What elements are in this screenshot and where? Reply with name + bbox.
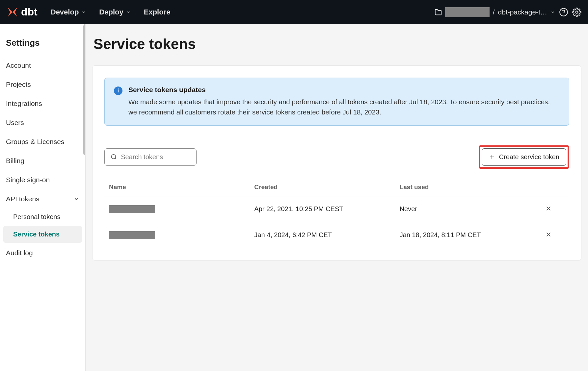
- sidebar-item-users[interactable]: Users: [0, 113, 85, 132]
- sidebar-item-integrations[interactable]: Integrations: [0, 94, 85, 113]
- sidebar-item-account[interactable]: Account: [0, 56, 85, 75]
- tokens-table: Name Created Last used Apr 22, 2021, 10:…: [104, 178, 569, 248]
- token-created: Apr 22, 2021, 10:25 PM CEST: [254, 205, 399, 213]
- project-name: dbt-package-t…: [498, 8, 547, 16]
- content-area: Service tokens i Service tokens updates …: [86, 24, 588, 371]
- sidebar-item-label: Projects: [6, 81, 31, 88]
- project-separator: /: [493, 8, 495, 16]
- nav-explore[interactable]: Explore: [144, 8, 171, 16]
- svg-point-3: [111, 155, 116, 159]
- table-row: Jan 4, 2024, 6:42 PM CET Jan 18, 2024, 8…: [104, 222, 569, 248]
- sidebar-item-personal-tokens[interactable]: Personal tokens: [0, 209, 85, 225]
- sidebar-item-label: Groups & Licenses: [6, 138, 64, 146]
- sidebar-item-label: Single sign-on: [6, 176, 50, 184]
- project-org-redacted: [445, 7, 490, 17]
- table-row: Apr 22, 2021, 10:25 PM CEST Never: [104, 196, 569, 222]
- nav-explore-label: Explore: [144, 8, 171, 16]
- close-icon: [545, 205, 552, 212]
- controls-row: Create service token: [104, 145, 569, 169]
- sidebar-item-label: API tokens: [6, 195, 40, 203]
- info-icon: i: [114, 87, 122, 95]
- sidebar-item-service-tokens[interactable]: Service tokens: [3, 226, 82, 243]
- sidebar-heading: Settings: [0, 32, 85, 56]
- sidebar-item-label: Users: [6, 119, 24, 127]
- sidebar-item-label: Integrations: [6, 100, 42, 108]
- help-icon[interactable]: [559, 8, 568, 17]
- topbar: dbt Develop Deploy Explore / dbt-package…: [0, 0, 588, 24]
- logo[interactable]: dbt: [7, 6, 38, 18]
- nav-develop-label: Develop: [51, 8, 79, 16]
- col-header-name: Name: [109, 184, 254, 191]
- sidebar-scrollbar[interactable]: [83, 24, 86, 156]
- sidebar-item-projects[interactable]: Projects: [0, 75, 85, 94]
- nav-links: Develop Deploy Explore: [51, 8, 435, 16]
- col-header-created: Created: [254, 184, 399, 191]
- sidebar-item-billing[interactable]: Billing: [0, 151, 85, 170]
- chevron-down-icon: [73, 196, 79, 202]
- chevron-down-icon: [550, 10, 555, 14]
- col-header-last-used: Last used: [400, 184, 545, 191]
- sidebar-item-label: Account: [6, 62, 31, 69]
- sidebar-item-label: Service tokens: [13, 231, 60, 238]
- info-banner-body: We made some updates that improve the se…: [128, 97, 560, 117]
- sidebar-item-label: Personal tokens: [13, 213, 60, 220]
- nav-develop[interactable]: Develop: [51, 8, 86, 16]
- delete-token-button[interactable]: [545, 205, 565, 213]
- content-card: i Service tokens updates We made some up…: [92, 65, 581, 260]
- sidebar-item-label: Audit log: [6, 249, 33, 257]
- chevron-down-icon: [126, 10, 131, 14]
- token-last-used: Never: [400, 205, 545, 213]
- logo-text: dbt: [21, 6, 38, 18]
- sidebar-item-label: Billing: [6, 157, 24, 165]
- nav-deploy-label: Deploy: [99, 8, 123, 16]
- logo-icon: [7, 6, 18, 18]
- create-service-token-button[interactable]: Create service token: [482, 148, 566, 166]
- sidebar-item-sso[interactable]: Single sign-on: [0, 170, 85, 189]
- token-name-redacted: [109, 231, 155, 239]
- topbar-right: / dbt-package-t…: [435, 7, 581, 17]
- project-selector[interactable]: / dbt-package-t…: [435, 7, 555, 17]
- sidebar-item-api-tokens[interactable]: API tokens: [0, 189, 85, 209]
- token-name-redacted: [109, 205, 155, 213]
- chevron-down-icon: [81, 10, 86, 14]
- plus-icon: [489, 154, 495, 160]
- gear-icon[interactable]: [572, 8, 581, 17]
- sidebar-item-groups-licenses[interactable]: Groups & Licenses: [0, 132, 85, 151]
- info-banner: i Service tokens updates We made some up…: [104, 78, 569, 126]
- info-banner-title: Service tokens updates: [128, 86, 560, 94]
- svg-point-2: [576, 11, 578, 13]
- token-created: Jan 4, 2024, 6:42 PM CET: [254, 231, 399, 239]
- search-input[interactable]: [121, 153, 190, 161]
- folder-icon: [435, 9, 442, 16]
- sidebar: Settings Account Projects Integrations U…: [0, 24, 86, 371]
- svg-line-4: [115, 158, 116, 159]
- delete-token-button[interactable]: [545, 231, 565, 239]
- search-icon: [111, 153, 117, 161]
- search-box[interactable]: [104, 148, 197, 166]
- close-icon: [545, 231, 552, 238]
- table-header: Name Created Last used: [104, 178, 569, 196]
- sidebar-item-audit-log[interactable]: Audit log: [0, 243, 85, 262]
- page-title: Service tokens: [92, 36, 581, 52]
- nav-deploy[interactable]: Deploy: [99, 8, 130, 16]
- create-button-label: Create service token: [499, 153, 559, 161]
- token-last-used: Jan 18, 2024, 8:11 PM CET: [400, 231, 545, 239]
- highlight-annotation: Create service token: [479, 145, 569, 169]
